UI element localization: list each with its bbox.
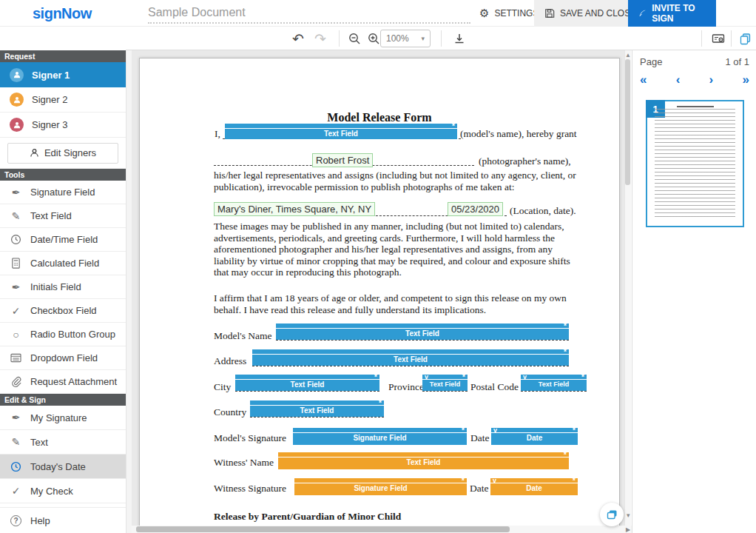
sidebar-item-signer-3[interactable]: Signer 3 [0, 113, 126, 138]
clock-icon [10, 233, 22, 246]
signer1-avatar [10, 68, 24, 82]
doc-underline [276, 340, 569, 341]
filled-field-photographer-name[interactable]: Robert Frost [312, 153, 373, 167]
doc-label: Address [214, 355, 246, 367]
download-button[interactable] [451, 30, 468, 47]
next-page-button[interactable]: › [709, 73, 714, 87]
sidebar-item-text[interactable]: ✎ Text [0, 430, 126, 455]
doc-text: I, [215, 128, 220, 140]
document-title-input[interactable]: Sample Document [148, 4, 470, 24]
person-icon [13, 70, 21, 79]
zoom-out-button[interactable] [346, 30, 362, 47]
person-icon [30, 148, 39, 158]
sidebar-item-calculated-field[interactable]: Calculated Field [0, 252, 126, 275]
sidebar-item-todays-date[interactable]: Today's Date [0, 455, 126, 479]
sidebar-item-radio-button-group[interactable]: ○ Radio Button Group [0, 323, 126, 346]
page-thumbnail-1[interactable]: 1 [646, 100, 744, 227]
previous-page-button[interactable]: ‹ [676, 73, 681, 87]
text-field-address[interactable]: * Text Field [252, 349, 569, 366]
text-field-models-name[interactable]: * Text Field [276, 324, 569, 340]
signer2-avatar [10, 93, 24, 107]
document-heading: Model Release Form [140, 111, 619, 124]
tool-label: Request Attachment [30, 376, 117, 387]
vertical-scrollbar-thumb[interactable] [625, 59, 630, 185]
first-page-button[interactable]: « [640, 73, 647, 87]
invite-to-sign-label: INVITE TO SIGN [652, 3, 706, 24]
field-settings-button[interactable] [710, 30, 726, 47]
text-field-witness-name[interactable]: * Text Field [278, 452, 569, 469]
field-label: Text Field [252, 349, 569, 364]
invite-to-sign-button[interactable]: INVITE TO SIGN [628, 0, 716, 27]
doc-label: Postal Code [470, 381, 519, 393]
doc-label: Model's Signature [214, 432, 286, 444]
sidebar-item-signature-field[interactable]: ✒ Signature Field [0, 181, 126, 204]
doc-paragraph: his/her legal representatives and assign… [214, 170, 578, 192]
sidebar-item-signer-2[interactable]: Signer 2 [0, 87, 126, 113]
text-field-models-name-inline[interactable]: * Text Field [225, 124, 457, 139]
date-field-witness[interactable]: v * Date [490, 478, 578, 495]
sidebar-item-checkbox-field[interactable]: ✓ Checkbox Field [0, 299, 126, 323]
sidebar-item-my-check[interactable]: ✓ My Check [0, 479, 126, 503]
field-label: Text Field [250, 400, 384, 415]
thumbnail-content-lines [655, 109, 735, 218]
signature-field-model[interactable]: * Signature Field [293, 428, 467, 445]
tool-label: Text Field [30, 210, 72, 221]
sidebar-item-initials-field[interactable]: ✒ Initials Field [0, 275, 126, 299]
clock-icon [10, 460, 22, 473]
check-icon: ✓ [10, 485, 22, 497]
toolbar-left-fill [0, 27, 126, 50]
pages-icon [739, 33, 752, 45]
doc-footer-heading: Release by Parent/Guardian of Minor Chil… [214, 511, 401, 523]
required-asterisk: * [573, 478, 576, 484]
scroll-right-arrow[interactable]: ▶ [626, 526, 630, 533]
doc-label: Witness' Name [214, 457, 274, 469]
sidebar-item-my-signature[interactable]: ✒ My Signature [0, 406, 126, 430]
undo-button[interactable]: ↶ [290, 30, 306, 47]
field-label: Signature Field [294, 478, 467, 493]
scroll-up-arrow[interactable]: ▲ [625, 52, 631, 58]
text-field-city[interactable]: * Text Field [235, 375, 379, 391]
page-count: 1 of 1 [725, 56, 749, 67]
horizontal-scrollbar-thumb[interactable] [136, 526, 510, 532]
sidebar-item-dropdown-field[interactable]: Dropdown Field [0, 346, 126, 370]
sidebar-item-datetime-field[interactable]: Date/Time Field [0, 228, 126, 252]
sidebar-item-request-attachment[interactable]: Request Attachment [0, 370, 126, 394]
field-label: Date [491, 428, 578, 443]
signnow-logo: signNow [33, 5, 92, 22]
thumbnail-title-line [677, 106, 714, 107]
field-label: Text Field [278, 452, 569, 467]
edit-sign-section-header: Edit & Sign [0, 394, 126, 406]
filled-field-date-taken[interactable]: 05/23/2020 [448, 202, 503, 216]
redo-button[interactable]: ↷ [312, 30, 328, 47]
required-asterisk: * [462, 375, 465, 381]
field-label: Text Field [422, 375, 468, 389]
doc-label: Date [470, 483, 488, 495]
text-field-country[interactable]: * Text Field [250, 400, 384, 417]
tool-label: Dropdown Field [30, 352, 98, 363]
sidebar-item-signer-1[interactable]: Signer 1 [0, 62, 126, 87]
document-page: Model Release Form I, * Text Field (mode… [139, 58, 620, 533]
required-asterisk: * [462, 478, 465, 484]
zoom-level-value: 100% [386, 33, 409, 44]
signer3-avatar [10, 118, 24, 132]
signature-field-witness[interactable]: * Signature Field [294, 478, 467, 495]
filled-field-location[interactable]: Mary's Diner, Times Square, NY, NY [214, 202, 375, 216]
text-field-postal-code[interactable]: v * Text Field [521, 375, 587, 391]
zoom-level-select[interactable]: 100% ▾ [380, 30, 431, 47]
chevron-down-icon[interactable]: ▾ [627, 512, 630, 519]
comments-button[interactable] [600, 503, 624, 526]
tool-label: Today's Date [30, 461, 86, 472]
date-field-model[interactable]: v * Date [491, 428, 578, 445]
doc-text: (Location, date). [510, 205, 576, 217]
top-bar: signNow Sample Document ⚙ SETTINGS SAVE … [0, 0, 756, 27]
doc-paragraph: I affirm that I am 18 years of age or ol… [214, 292, 581, 315]
last-page-button[interactable]: » [743, 73, 749, 87]
sidebar-item-help[interactable]: ? Help [0, 508, 126, 533]
edit-signers-button[interactable]: Edit Signers [7, 143, 118, 164]
sidebar-item-text-field[interactable]: ✎ Text Field [0, 204, 126, 228]
gear-icon: ⚙ [479, 7, 489, 20]
text-field-province[interactable]: v * Text Field [422, 375, 468, 391]
pages-panel-toggle[interactable] [737, 30, 753, 47]
sidebar-scrollbar-track[interactable] [126, 50, 132, 533]
zoom-in-button[interactable] [365, 30, 382, 47]
